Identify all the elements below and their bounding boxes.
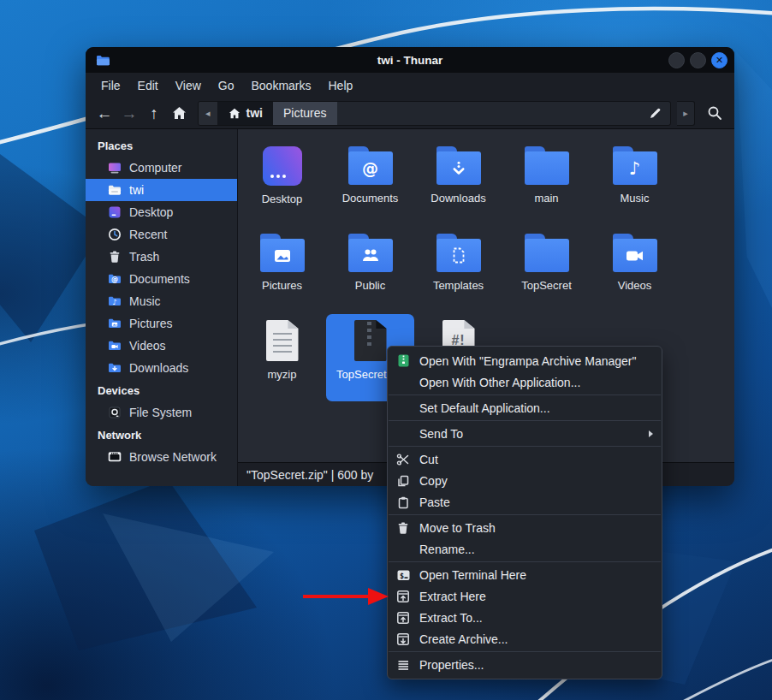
sidebar-item-trash[interactable]: Trash <box>86 246 237 268</box>
file-label: TopSecret <box>521 279 572 292</box>
home-button[interactable] <box>168 102 190 124</box>
titlebar[interactable]: twi - Thunar ✕ <box>86 47 734 73</box>
sidebar-item-recent[interactable]: Recent <box>86 223 237 246</box>
maximize-button[interactable] <box>690 52 706 68</box>
menu-item-label: Extract To... <box>419 611 483 625</box>
copy-icon <box>396 474 418 488</box>
menu-help[interactable]: Help <box>320 75 362 96</box>
menu-item-copy[interactable]: Copy <box>388 470 662 491</box>
menu-item-extract-here[interactable]: Extract Here <box>388 585 662 607</box>
sidebar-header-network: Network <box>86 424 237 446</box>
menu-item-label: Create Archive... <box>419 632 508 646</box>
menu-item-label: Paste <box>419 495 450 509</box>
menu-item-open-with-engrampa[interactable]: Open With "Engrampa Archive Manager" <box>388 350 662 371</box>
close-button[interactable]: ✕ <box>711 52 727 68</box>
paste-clipboard-icon <box>396 495 418 509</box>
path-bar: ◂ twi Pictures <box>198 101 671 126</box>
menu-edit[interactable]: Edit <box>129 75 167 96</box>
folder-documents-icon: @ <box>108 272 122 286</box>
sidebar-item-computer[interactable]: Computer <box>86 157 237 179</box>
sidebar-item-label: File System <box>129 406 192 419</box>
menu-item-open-with-other[interactable]: Open With Other Application... <box>388 371 662 393</box>
file-label: Templates <box>433 279 484 292</box>
file-pictures[interactable]: Pictures <box>238 227 326 314</box>
menu-item-label: Properties... <box>419 658 484 672</box>
edit-path-button[interactable] <box>640 102 670 125</box>
folder-icon <box>260 239 305 272</box>
menu-item-open-terminal-here[interactable]: $ Open Terminal Here <box>388 564 662 585</box>
zip-file-icon <box>354 320 387 361</box>
menu-go[interactable]: Go <box>210 75 243 96</box>
menu-item-properties[interactable]: Properties... <box>388 654 662 675</box>
sidebar-item-label: Desktop <box>129 205 173 219</box>
path-segment-home[interactable]: twi <box>218 102 273 125</box>
sidebar-item-label: Recent <box>129 228 167 241</box>
menu-item-label: Open With Other Application... <box>419 376 580 389</box>
back-button[interactable]: ← <box>93 102 116 124</box>
svg-text:$: $ <box>400 571 404 579</box>
menu-item-create-archive[interactable]: Create Archive... <box>388 628 662 650</box>
search-button[interactable] <box>703 101 727 125</box>
file-videos[interactable]: Videos <box>591 227 679 314</box>
menu-item-extract-to[interactable]: Extract To... <box>388 607 662 628</box>
sidebar-item-label: Videos <box>129 339 166 353</box>
menu-item-label: Send To <box>419 427 463 441</box>
file-label: main <box>534 192 558 205</box>
forward-button[interactable]: → <box>118 102 140 124</box>
file-documents[interactable]: @ Documents <box>326 139 414 227</box>
up-button[interactable]: ↑ <box>143 102 165 124</box>
file-label: Videos <box>618 279 652 292</box>
sidebar-item-videos[interactable]: Videos <box>86 335 237 357</box>
sidebar-item-label: Documents <box>129 272 190 286</box>
desktop-folder-icon <box>263 146 302 186</box>
sidebar-item-label: Pictures <box>129 317 173 330</box>
menu-item-paste[interactable]: Paste <box>388 491 662 513</box>
file-label: Documents <box>342 192 399 205</box>
path-scroll-right-button[interactable]: ▸ <box>677 101 695 126</box>
create-archive-icon <box>396 632 418 646</box>
menu-bookmarks[interactable]: Bookmarks <box>242 75 319 96</box>
sidebar: Places Computer twi Desktop Recent <box>86 129 238 486</box>
file-templates[interactable]: Templates <box>414 227 502 314</box>
file-myzip[interactable]: myzip <box>238 314 326 401</box>
file-music[interactable]: ♪ Music <box>591 139 679 227</box>
svg-text:@: @ <box>111 276 118 283</box>
minimize-button[interactable] <box>668 52 685 68</box>
menu-item-send-to[interactable]: Send To <box>388 423 662 444</box>
sidebar-item-browse-network[interactable]: Browse Network <box>86 446 237 468</box>
menu-separator <box>389 394 661 395</box>
menu-file[interactable]: File <box>92 75 129 96</box>
folder-icon <box>436 151 481 185</box>
file-public[interactable]: Public <box>326 227 414 314</box>
sidebar-item-file-system[interactable]: File System <box>86 401 237 424</box>
sidebar-item-documents[interactable]: @ Documents <box>86 268 237 290</box>
sidebar-header-devices: Devices <box>86 379 237 401</box>
menu-item-set-default-application[interactable]: Set Default Application... <box>388 397 662 418</box>
sidebar-item-twi[interactable]: twi <box>86 179 237 201</box>
menu-item-cut[interactable]: Cut <box>388 448 662 470</box>
menu-item-label: Rename... <box>419 543 475 556</box>
file-desktop[interactable]: Desktop <box>238 139 326 227</box>
sidebar-item-pictures[interactable]: Pictures <box>86 312 237 335</box>
folder-pictures-icon <box>108 317 122 330</box>
sidebar-item-music[interactable]: ♪ Music <box>86 290 237 312</box>
menu-view[interactable]: View <box>167 75 210 96</box>
sidebar-item-downloads[interactable]: Downloads <box>86 357 237 379</box>
menu-item-rename[interactable]: Rename... <box>388 538 662 560</box>
file-downloads[interactable]: Downloads <box>414 139 502 227</box>
path-segment-label: Pictures <box>283 106 327 120</box>
sidebar-item-label: Trash <box>129 250 159 264</box>
path-bar-empty[interactable] <box>337 102 640 125</box>
drive-icon <box>108 406 122 419</box>
sidebar-item-desktop[interactable]: Desktop <box>86 201 237 223</box>
terminal-icon: $ <box>396 568 418 582</box>
path-scroll-left-button[interactable]: ◂ <box>199 102 218 125</box>
file-topsecret-folder[interactable]: TopSecret <box>502 227 591 314</box>
file-label: Public <box>355 279 385 292</box>
path-segment-pictures[interactable]: Pictures <box>273 102 337 125</box>
sidebar-header-places: Places <box>86 134 237 157</box>
sidebar-item-label: Browse Network <box>129 450 217 464</box>
file-main[interactable]: main <box>502 139 591 227</box>
network-icon <box>108 450 122 464</box>
menu-item-move-to-trash[interactable]: Move to Trash <box>388 517 662 538</box>
